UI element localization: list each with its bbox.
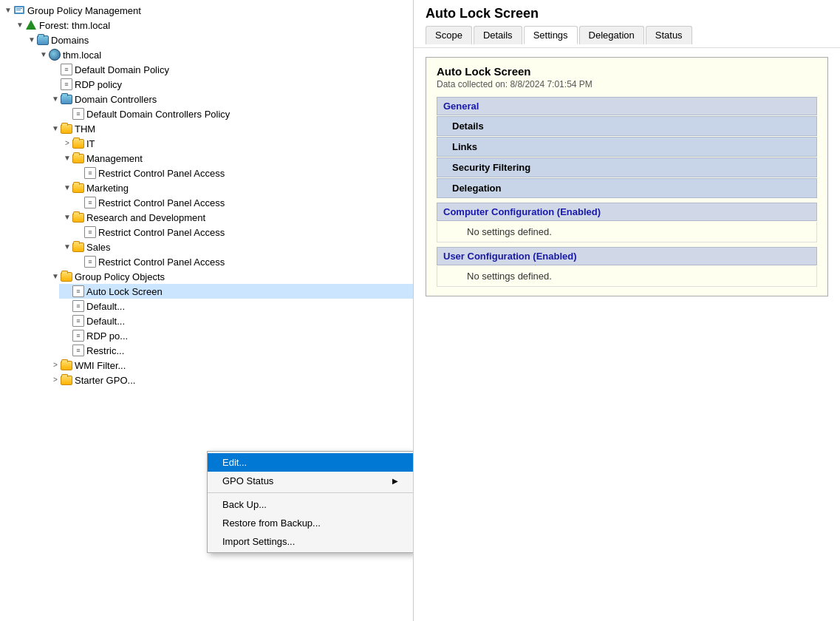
tree-it[interactable]: > IT (59, 136, 413, 151)
auto-lock-label: Auto Lock Screen (86, 286, 410, 297)
mgmt-folder-icon (72, 152, 84, 164)
edit-label: Edit... (222, 457, 247, 468)
forest-expander[interactable]: ▼ (15, 20, 25, 30)
gpo-icon-mktg (84, 197, 96, 208)
tree-wmi-filters[interactable]: > WMI Filter... (47, 358, 413, 373)
tree-restrict-cp-mktg[interactable]: ▼ Restrict Control Panel Access (71, 195, 413, 210)
tab-scope[interactable]: Scope (426, 26, 472, 44)
rdp-po-label: RDP po... (86, 330, 410, 342)
svg-rect-3 (16, 10, 21, 10)
tab-status[interactable]: Status (646, 26, 692, 44)
forest-icon (25, 19, 37, 31)
gpo-icon-rdp-po (72, 330, 84, 342)
wmi-expander[interactable]: > (50, 360, 61, 370)
restric-label: Restric... (86, 345, 410, 356)
gpo-icon-restric (72, 345, 84, 356)
tree-sales[interactable]: ▼ Sales (59, 240, 413, 254)
forest-label: Forest: thm.local (39, 20, 410, 31)
tree-starter-gpo[interactable]: > Starter GPO... (47, 373, 413, 387)
tree-forest[interactable]: ▼ Forest: thm.local (12, 18, 413, 33)
it-expander[interactable]: > (62, 138, 72, 149)
starter-gpo-expander[interactable]: > (50, 375, 61, 385)
tree-default2[interactable]: ▼ Default... (59, 313, 413, 328)
thm-content: > IT ▼ Management (47, 136, 413, 269)
tree-domains[interactable]: ▼ Domains (24, 33, 413, 47)
context-menu-gpo-status[interactable]: GPO Status ▶ (208, 472, 413, 490)
tree-domain-controllers[interactable]: ▼ Domain Controllers (47, 92, 413, 106)
tree-default-domain-policy[interactable]: ▼ Default Domain Policy (47, 62, 413, 77)
tree-rdp-po[interactable]: ▼ RDP po... (59, 328, 413, 343)
tree-marketing[interactable]: ▼ Marketing (59, 180, 413, 195)
security-filtering-row[interactable]: Security Filtering (437, 157, 817, 177)
gpo-icon-rdp (61, 78, 72, 90)
tab-details[interactable]: Details (474, 26, 522, 44)
tree-root[interactable]: ▼ Group Policy Management (0, 3, 413, 18)
tree-thm-local[interactable]: ▼ thm.local (35, 47, 413, 62)
right-panel-header: Auto Lock Screen Scope Details Settings … (414, 0, 840, 48)
domains-content: ▼ thm.local ▼ Default Domain Policy (24, 47, 413, 387)
thm-local-label: thm.local (63, 50, 410, 61)
rd-expander[interactable]: ▼ (62, 212, 72, 223)
tree-auto-lock-screen[interactable]: ▼ Auto Lock Screen (59, 284, 413, 299)
context-menu-backup[interactable]: Back Up... (208, 495, 413, 514)
dc-expander[interactable]: ▼ (50, 94, 61, 104)
general-header[interactable]: General (437, 97, 817, 115)
dc-folder-icon (61, 93, 72, 105)
tree-research-dev[interactable]: ▼ Research and Development (59, 210, 413, 225)
thm-local-expander[interactable]: ▼ (38, 50, 49, 60)
tree-rdp-policy[interactable]: ▼ RDP policy (47, 77, 413, 92)
tree-restrict-cp-mgmt[interactable]: ▼ Restrict Control Panel Access (71, 166, 413, 180)
tab-delegation[interactable]: Delegation (579, 26, 644, 44)
general-section: General Details Links Security Filtering… (437, 97, 817, 198)
gpo-objects-label: Group Policy Objects (75, 271, 410, 282)
mgmt-expander[interactable]: ▼ (62, 153, 72, 163)
starter-gpo-folder-icon (61, 374, 72, 386)
user-config-section: User Configuration (Enabled) No settings… (437, 247, 817, 287)
context-menu-restore[interactable]: Restore from Backup... (208, 514, 413, 532)
tree-default1[interactable]: ▼ Default... (59, 299, 413, 313)
security-filtering-label: Security Filtering (452, 162, 530, 173)
thm-expander[interactable]: ▼ (50, 123, 61, 134)
mktg-label: Marketing (86, 183, 410, 194)
mktg-expander[interactable]: ▼ (62, 183, 72, 193)
links-row[interactable]: Links (437, 137, 817, 157)
mktg-folder-icon (72, 182, 84, 194)
right-panel-content: Auto Lock Screen Data collected on: 8/8/… (414, 48, 840, 305)
tabs: Scope Details Settings Delegation Status (426, 26, 828, 44)
tree-thm[interactable]: ▼ THM (47, 121, 413, 136)
gpo-objects-content: ▼ Auto Lock Screen ▼ Default... ▼ (47, 284, 413, 358)
context-menu-edit[interactable]: Edit... (208, 453, 413, 472)
rdp-label: RDP policy (75, 79, 410, 90)
tree-restrict-cp-sales[interactable]: ▼ Restrict Control Panel Access (71, 254, 413, 269)
rd-label: Research and Development (86, 212, 410, 223)
tree-gpo-objects[interactable]: ▼ Group Policy Objects (47, 269, 413, 284)
tree-restrict-cp-rd[interactable]: ▼ Restrict Control Panel Access (71, 225, 413, 240)
sales-expander[interactable]: ▼ (62, 242, 72, 252)
sales-folder-icon (72, 241, 84, 253)
domains-expander[interactable]: ▼ (27, 35, 37, 45)
gpo-icon-als (72, 285, 84, 297)
details-row-label: Details (452, 121, 484, 132)
restrict-cp-sales-label: Restrict Control Panel Access (98, 257, 410, 268)
context-menu-import[interactable]: Import Settings... (208, 532, 413, 551)
dc-content: ▼ Default Domain Controllers Policy (47, 106, 413, 121)
tree-restric[interactable]: ▼ Restric... (59, 343, 413, 358)
computer-config-header[interactable]: Computer Configuration (Enabled) (437, 203, 817, 221)
tree-panel: ▼ Group Policy Management ▼ Forest: thm.… (0, 0, 414, 621)
tab-settings[interactable]: Settings (524, 26, 578, 44)
gpo-icon (61, 64, 72, 75)
user-config-header[interactable]: User Configuration (Enabled) (437, 247, 817, 265)
tree-default-dc-policy[interactable]: ▼ Default Domain Controllers Policy (59, 106, 413, 121)
delegation-row[interactable]: Delegation (437, 178, 817, 198)
submenu-arrow: ▶ (392, 477, 398, 485)
tree-management[interactable]: ▼ Management (59, 151, 413, 166)
root-expander[interactable]: ▼ (3, 5, 13, 16)
thm-local-content: ▼ Default Domain Policy ▼ RDP policy (35, 62, 413, 387)
default-dc-label: Default Domain Controllers Policy (86, 109, 410, 120)
details-row[interactable]: Details (437, 116, 817, 136)
mgmt-content: ▼ Restrict Control Panel Access (59, 166, 413, 180)
gpo-objects-expander[interactable]: ▼ (50, 271, 61, 282)
gpo-icon-d1 (72, 300, 84, 312)
context-menu-sep1 (208, 492, 413, 493)
domain-icon (49, 49, 61, 61)
